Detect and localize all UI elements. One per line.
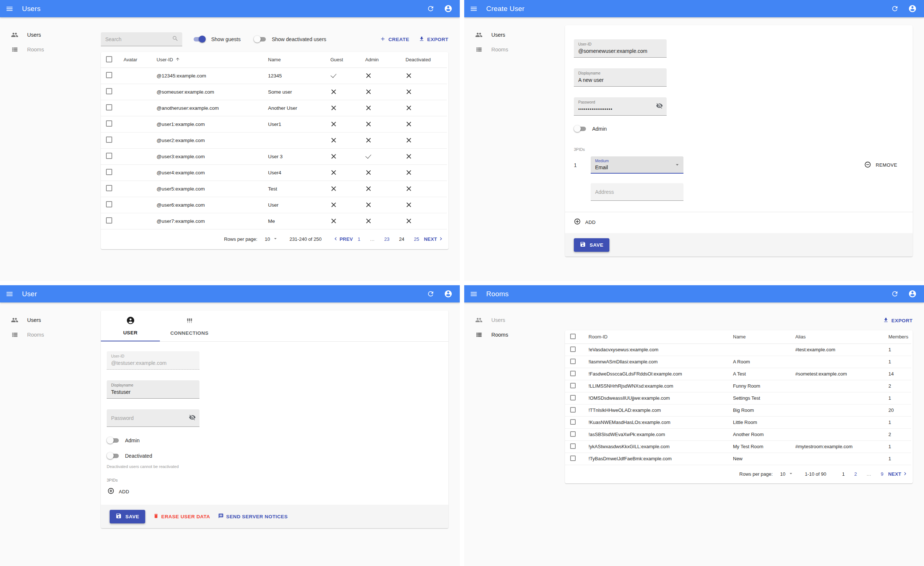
prev-page-button[interactable]: PREV bbox=[333, 236, 353, 243]
table-row[interactable]: !KuasNWEMasdHasLOs:example.com Little Ro… bbox=[565, 416, 911, 428]
select-all-checkbox[interactable] bbox=[570, 334, 576, 339]
row-checkbox[interactable] bbox=[570, 346, 576, 352]
refresh-icon[interactable] bbox=[426, 5, 435, 13]
visibility-off-icon[interactable] bbox=[189, 414, 196, 422]
row-checkbox[interactable] bbox=[106, 72, 112, 78]
sidebar-item-rooms[interactable]: Rooms bbox=[464, 327, 558, 342]
sidebar-item-rooms[interactable]: Rooms bbox=[0, 327, 93, 342]
sidebar-item-users[interactable]: Users bbox=[0, 27, 93, 42]
row-checkbox[interactable] bbox=[106, 185, 112, 191]
export-button[interactable]: EXPORT bbox=[419, 36, 448, 43]
page-number[interactable]: 2 bbox=[854, 471, 857, 477]
row-checkbox[interactable] bbox=[106, 169, 112, 175]
hamburger-menu-icon[interactable] bbox=[470, 5, 478, 13]
password-field[interactable]: Password bbox=[574, 97, 667, 116]
password-input[interactable] bbox=[111, 415, 195, 421]
row-checkbox[interactable] bbox=[570, 395, 576, 400]
account-circle-icon[interactable] bbox=[908, 290, 916, 298]
refresh-icon[interactable] bbox=[890, 5, 899, 13]
row-checkbox[interactable] bbox=[570, 431, 576, 437]
table-row[interactable]: @user6:example.com User bbox=[101, 197, 447, 213]
column-header-user-id[interactable]: User-ID bbox=[151, 52, 262, 68]
select-all-checkbox[interactable] bbox=[106, 56, 112, 62]
table-row[interactable]: !FasdweDssccaGLdsFRddsOl:example.com A T… bbox=[565, 368, 911, 380]
row-checkbox[interactable] bbox=[106, 153, 112, 159]
visibility-off-icon[interactable] bbox=[656, 102, 663, 110]
show-deactivated-toggle[interactable] bbox=[254, 36, 266, 43]
rows-per-page-select[interactable]: 10 bbox=[780, 471, 794, 477]
export-button[interactable]: EXPORT bbox=[883, 317, 913, 324]
hamburger-menu-icon[interactable] bbox=[5, 5, 14, 13]
row-checkbox[interactable] bbox=[570, 371, 576, 376]
displayname-input[interactable] bbox=[578, 77, 662, 83]
row-checkbox[interactable] bbox=[570, 443, 576, 449]
address-field[interactable] bbox=[591, 183, 684, 201]
tab-user[interactable]: USER bbox=[101, 310, 160, 341]
row-checkbox[interactable] bbox=[570, 407, 576, 412]
deactivated-toggle[interactable] bbox=[107, 452, 119, 459]
sidebar-item-rooms[interactable]: Rooms bbox=[464, 42, 558, 57]
page-number[interactable]: 9 bbox=[881, 471, 883, 477]
search-input[interactable] bbox=[105, 36, 172, 42]
table-row[interactable]: !TTnlslkHHweOLAD:example.com Big Room 20 bbox=[565, 404, 911, 416]
row-checkbox[interactable] bbox=[106, 104, 112, 110]
hamburger-menu-icon[interactable] bbox=[470, 290, 478, 298]
row-checkbox[interactable] bbox=[570, 419, 576, 424]
erase-user-data-button[interactable]: ERASE USER DATA bbox=[153, 513, 210, 520]
table-row[interactable]: @user2:example.com bbox=[101, 132, 447, 148]
refresh-icon[interactable] bbox=[426, 290, 435, 298]
user-id-field[interactable]: User-ID bbox=[574, 39, 667, 58]
create-button[interactable]: CREATE bbox=[380, 36, 409, 43]
row-checkbox[interactable] bbox=[570, 383, 576, 388]
table-row[interactable]: @user3:example.com User 3 bbox=[101, 148, 447, 164]
displayname-field[interactable]: Displayname bbox=[107, 380, 200, 399]
table-row[interactable]: @12345:example.com 12345 bbox=[101, 68, 447, 84]
refresh-icon[interactable] bbox=[890, 290, 899, 298]
table-row[interactable]: @user1:example.com User1 bbox=[101, 116, 447, 132]
save-button[interactable]: SAVE bbox=[574, 238, 609, 252]
admin-toggle[interactable] bbox=[107, 437, 119, 444]
password-field[interactable] bbox=[107, 409, 200, 427]
row-checkbox[interactable] bbox=[106, 88, 112, 94]
page-number[interactable]: 25 bbox=[414, 236, 419, 242]
account-circle-icon[interactable] bbox=[908, 5, 916, 13]
user-id-input[interactable] bbox=[578, 48, 662, 54]
next-page-button[interactable]: NEXT bbox=[424, 236, 444, 243]
table-row[interactable]: !ykAStwxasdwsKkxGILL:example.com My Test… bbox=[565, 441, 911, 453]
account-circle-icon[interactable] bbox=[444, 5, 453, 13]
displayname-input[interactable] bbox=[111, 389, 195, 395]
rows-per-page-select[interactable]: 10 bbox=[265, 236, 278, 242]
table-row[interactable]: @anotheruser:example.com Another User bbox=[101, 100, 447, 116]
table-row[interactable]: @user5:example.com Test bbox=[101, 181, 447, 197]
save-button[interactable]: SAVE bbox=[110, 510, 145, 524]
tab-connections[interactable]: CONNECTIONS bbox=[160, 310, 219, 341]
page-number[interactable]: 1 bbox=[357, 236, 360, 242]
row-checkbox[interactable] bbox=[570, 456, 576, 461]
add-pid-button[interactable]: ADD bbox=[107, 488, 129, 495]
table-row[interactable]: !lasmnwASmDllasi:example.com A Room 1 bbox=[565, 356, 911, 368]
next-page-button[interactable]: NEXT bbox=[888, 471, 908, 478]
row-checkbox[interactable] bbox=[106, 217, 112, 224]
column-header-room-id[interactable]: Room-ID bbox=[583, 330, 727, 343]
table-row[interactable]: @user7:example.com Me bbox=[101, 213, 447, 229]
table-row[interactable]: @someuser:example.com Some user bbox=[101, 84, 447, 100]
table-row[interactable]: !LLIMSSNHrhRjsdWNXsd:example.com Funny R… bbox=[565, 380, 911, 392]
admin-toggle[interactable] bbox=[574, 125, 586, 132]
page-number[interactable]: 23 bbox=[384, 236, 389, 242]
remove-pid-button[interactable]: REMOVE bbox=[864, 161, 897, 169]
show-guests-toggle[interactable] bbox=[193, 36, 206, 43]
table-row[interactable]: !OMSDsdweassIlUUjjwe:example.com Setting… bbox=[565, 392, 911, 404]
displayname-field[interactable]: Displayname bbox=[574, 68, 667, 87]
sidebar-item-users[interactable]: Users bbox=[464, 313, 558, 327]
sidebar-item-rooms[interactable]: Rooms bbox=[0, 42, 93, 57]
table-row[interactable]: !asSBSlsdWEvaXwPk:example.com Another Ro… bbox=[565, 428, 911, 441]
sidebar-item-users[interactable]: Users bbox=[464, 27, 558, 42]
row-checkbox[interactable] bbox=[570, 358, 576, 364]
sidebar-item-users[interactable]: Users bbox=[0, 313, 93, 327]
add-pid-button[interactable]: ADD bbox=[574, 218, 596, 226]
medium-select[interactable]: Medium Email bbox=[591, 157, 684, 174]
table-row[interactable]: !eVasdacvxysewus:example.com #test:examp… bbox=[565, 343, 911, 356]
address-input[interactable] bbox=[595, 189, 679, 195]
table-row[interactable]: @user4:example.com User4 bbox=[101, 164, 447, 181]
row-checkbox[interactable] bbox=[106, 201, 112, 208]
